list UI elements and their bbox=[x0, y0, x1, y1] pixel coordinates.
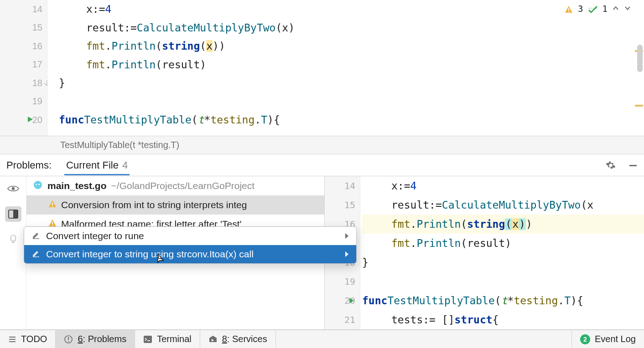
svg-rect-10 bbox=[52, 203, 53, 205]
run-test-icon[interactable] bbox=[348, 295, 355, 306]
weak-warning-icon[interactable] bbox=[588, 4, 598, 14]
svg-rect-15 bbox=[9, 339, 16, 340]
statusbar: TODO 6: Problems Terminal 8: Services 2 … bbox=[0, 330, 644, 348]
svg-rect-1 bbox=[568, 11, 569, 12]
svg-point-7 bbox=[34, 181, 42, 189]
problems-title: Problems: bbox=[6, 159, 52, 171]
warning-icon[interactable] bbox=[564, 4, 573, 14]
services-icon bbox=[208, 335, 218, 344]
svg-rect-14 bbox=[9, 337, 16, 338]
mouse-cursor-icon bbox=[154, 252, 166, 267]
svg-rect-2 bbox=[629, 165, 637, 166]
svg-point-3 bbox=[11, 187, 14, 190]
quick-fix-label: Convert integer to string using strconv.… bbox=[46, 249, 254, 260]
line-number: 16 bbox=[0, 37, 47, 56]
line-number: 19 bbox=[0, 92, 47, 111]
inspection-widget[interactable]: 3 1 bbox=[564, 4, 631, 14]
svg-rect-6 bbox=[12, 242, 15, 243]
svg-rect-24 bbox=[33, 256, 39, 257]
submenu-arrow-icon bbox=[344, 249, 349, 260]
terminal-icon bbox=[143, 335, 152, 343]
main-editor[interactable]: 14 15 16 17 18 19 20 bbox=[0, 0, 644, 136]
problems-icon bbox=[64, 335, 73, 344]
problems-file-header[interactable]: main_test.go ~/GolandProjects/LearnGoPro… bbox=[26, 176, 324, 195]
problem-item[interactable]: Conversion from int to string interprets… bbox=[26, 195, 324, 215]
line-number: 17 bbox=[0, 56, 47, 74]
submenu-arrow-icon bbox=[344, 230, 349, 241]
warning-count: 3 bbox=[578, 4, 583, 14]
svg-point-9 bbox=[38, 184, 40, 185]
editor-gutter: 14 15 16 17 18 19 20 bbox=[0, 0, 47, 136]
todo-tool-button[interactable]: TODO bbox=[0, 330, 56, 348]
problems-file-name: main_test.go bbox=[47, 180, 107, 191]
tab-label: Current File bbox=[66, 159, 119, 171]
scrollbar-thumb[interactable] bbox=[637, 45, 643, 72]
weak-warning-count: 1 bbox=[602, 4, 608, 14]
editor-body[interactable]: 3 1 x := 4 result := CalculateMultiplyBy… bbox=[47, 0, 644, 136]
editor-scrollbar[interactable] bbox=[637, 0, 643, 136]
svg-rect-20 bbox=[144, 336, 152, 343]
services-tool-button[interactable]: 8: Services bbox=[200, 330, 276, 348]
warning-icon bbox=[48, 200, 57, 210]
warning-stripe[interactable] bbox=[635, 105, 643, 107]
svg-rect-0 bbox=[568, 8, 569, 10]
svg-rect-16 bbox=[9, 341, 16, 342]
quick-fix-item[interactable]: Convert integer to string using strconv.… bbox=[24, 245, 356, 263]
code-area[interactable]: x := 4 result := CalculateMultiplyByTwo(… bbox=[47, 0, 644, 129]
svg-rect-19 bbox=[68, 341, 69, 342]
hide-tool-window-icon[interactable] bbox=[628, 161, 638, 170]
problem-text: Conversion from int to string interprets… bbox=[61, 200, 247, 210]
line-number: 18 bbox=[0, 74, 47, 92]
problems-file-path: ~/GolandProjects/LearnGoProject bbox=[111, 180, 255, 191]
event-log-button[interactable]: 2 Event Log bbox=[571, 330, 644, 348]
svg-rect-5 bbox=[13, 210, 18, 218]
problems-tool-button[interactable]: 6: Problems bbox=[56, 330, 135, 348]
tab-count: 4 bbox=[122, 159, 128, 171]
line-number: 20 bbox=[0, 111, 47, 129]
list-icon bbox=[8, 335, 16, 343]
svg-rect-12 bbox=[52, 222, 53, 224]
breadcrumb-item[interactable]: TestMultiplyTable(t *testing.T) bbox=[60, 140, 179, 150]
problems-tab-current-file[interactable]: Current File 4 bbox=[64, 155, 130, 175]
edit-icon bbox=[31, 249, 41, 260]
run-test-icon[interactable] bbox=[26, 115, 34, 125]
svg-rect-23 bbox=[33, 238, 39, 239]
view-options-icon[interactable] bbox=[5, 181, 21, 196]
breadcrumb[interactable]: TestMultiplyTable(t *testing.T) bbox=[0, 136, 644, 154]
svg-rect-11 bbox=[52, 206, 53, 207]
svg-rect-21 bbox=[147, 340, 150, 341]
line-number: 14 bbox=[0, 0, 47, 19]
gear-icon[interactable] bbox=[606, 160, 616, 170]
intention-bulb-icon[interactable] bbox=[5, 232, 21, 247]
problems-toolbar bbox=[0, 176, 26, 329]
edit-icon bbox=[31, 230, 41, 242]
svg-marker-22 bbox=[209, 336, 217, 342]
preview-toggle-icon[interactable] bbox=[5, 206, 21, 222]
quick-fix-label: Convert integer to rune bbox=[46, 230, 144, 241]
svg-rect-13 bbox=[52, 225, 53, 226]
quick-fix-popup[interactable]: Convert integer to rune Convert integer … bbox=[24, 226, 357, 264]
go-file-icon bbox=[33, 180, 43, 192]
next-highlight-icon[interactable] bbox=[624, 4, 631, 14]
problems-preview-editor[interactable]: 14 15 16 17 18 19 20 21 x := 4 result :=… bbox=[325, 176, 644, 329]
problems-tool-header: Problems: Current File 4 bbox=[0, 154, 644, 176]
svg-point-8 bbox=[36, 184, 37, 185]
svg-rect-18 bbox=[68, 337, 69, 340]
terminal-tool-button[interactable]: Terminal bbox=[135, 330, 200, 348]
notification-badge: 2 bbox=[580, 334, 590, 344]
line-number: 15 bbox=[0, 19, 47, 37]
prev-highlight-icon[interactable] bbox=[612, 4, 619, 14]
quick-fix-item[interactable]: Convert integer to rune bbox=[24, 227, 356, 245]
